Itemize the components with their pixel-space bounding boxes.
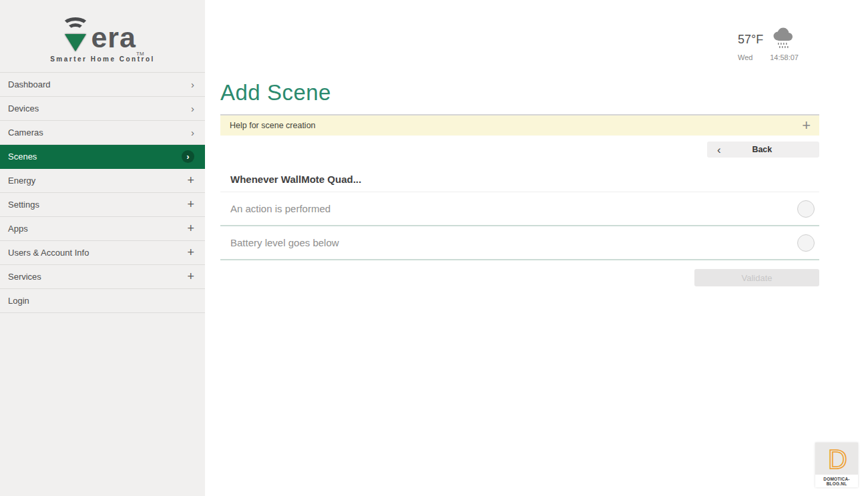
- page-title: Add Scene: [220, 80, 819, 105]
- watermark-letter: D: [828, 445, 847, 473]
- domotica-blog-watermark: D DOMOTICA-BLOG.NL: [815, 443, 858, 487]
- plus-icon: +: [187, 198, 194, 212]
- plus-icon: +: [187, 246, 194, 260]
- sidebar-item-users-account-info[interactable]: Users & Account Info +: [0, 241, 205, 265]
- sidebar: era TM Smarter Home Control Dashboard › …: [0, 0, 205, 496]
- plus-icon: +: [187, 222, 194, 236]
- help-bar-label: Help for scene creation: [220, 121, 802, 130]
- sidebar-item-devices[interactable]: Devices ›: [0, 97, 205, 121]
- sidebar-item-energy[interactable]: Energy +: [0, 169, 205, 193]
- trigger-section: Whenever WallMote Quad... An action is p…: [220, 174, 819, 260]
- chevron-right-circle-icon: ›: [182, 150, 194, 163]
- watermark-d-icon: D: [815, 443, 858, 475]
- trigger-option-battery-level[interactable]: Battery level goes below: [220, 226, 819, 260]
- back-row: ‹ Back: [220, 142, 819, 158]
- sidebar-item-login[interactable]: Login: [0, 289, 205, 313]
- sidebar-item-settings[interactable]: Settings +: [0, 193, 205, 217]
- vera-logo: era TM Smarter Home Control: [0, 0, 205, 72]
- plus-icon: +: [187, 270, 194, 284]
- content-area: Add Scene Help for scene creation + ‹ Ba…: [220, 0, 819, 286]
- chevron-right-icon: ›: [191, 79, 194, 90]
- trademark-symbol: TM: [136, 51, 144, 57]
- sidebar-item-apps[interactable]: Apps +: [0, 217, 205, 241]
- trigger-header: Whenever WallMote Quad...: [220, 174, 819, 192]
- green-triangle-icon: [65, 34, 86, 51]
- expand-plus-icon[interactable]: +: [802, 118, 819, 133]
- plus-icon: +: [187, 174, 194, 188]
- trigger-option-action-performed[interactable]: An action is performed: [220, 192, 819, 226]
- logo-text: era: [91, 21, 136, 54]
- back-button[interactable]: ‹ Back: [707, 142, 819, 158]
- sidebar-item-dashboard[interactable]: Dashboard ›: [0, 73, 205, 97]
- validate-row: Validate: [220, 269, 819, 286]
- radio-button[interactable]: [797, 234, 815, 252]
- validate-button[interactable]: Validate: [694, 269, 819, 286]
- chevron-right-icon: ›: [191, 127, 194, 138]
- help-bar[interactable]: Help for scene creation +: [220, 114, 819, 136]
- sidebar-menu: Dashboard › Devices › Cameras › Scenes ›…: [0, 72, 205, 313]
- chevron-right-icon: ›: [191, 103, 194, 114]
- sidebar-item-cameras[interactable]: Cameras ›: [0, 121, 205, 145]
- sidebar-item-services[interactable]: Services +: [0, 265, 205, 289]
- radio-button[interactable]: [797, 200, 815, 218]
- vera-logo-v-icon: [61, 17, 90, 54]
- watermark-caption: DOMOTICA-BLOG.NL: [815, 475, 858, 487]
- main-panel: 57°F Wed 14:58:07 Add Scene Help for sc: [205, 0, 868, 496]
- sidebar-item-scenes[interactable]: Scenes ›: [0, 145, 205, 169]
